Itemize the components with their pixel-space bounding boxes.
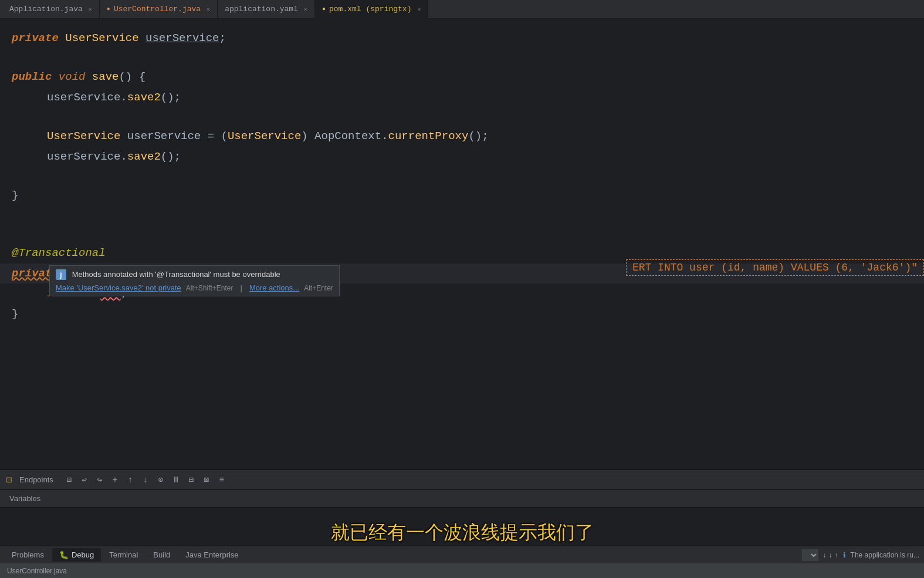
bottom-tab-java-enterprise[interactable]: Java Enterprise (178, 548, 245, 562)
intention-action1-shortcut: Alt+Shift+Enter (186, 284, 233, 292)
method-currentproxy: currentProxy (388, 127, 469, 145)
tab-usercontroller[interactable]: ● UserController.java ✕ (100, 0, 218, 19)
var-userservice-field: userService (145, 29, 219, 47)
code-line-empty-1 (0, 48, 924, 67)
btn-step-into[interactable]: ↓ (829, 551, 832, 559)
intention-action2-link[interactable]: More actions... (249, 283, 299, 292)
semicolon-1: ; (219, 29, 225, 47)
debug-btn-list[interactable]: ≡ (215, 474, 228, 486)
type-cast-userservice: UserService (228, 127, 301, 145)
bottom-tab-java-enterprise-label: Java Enterprise (185, 550, 238, 559)
tab-usercontroller-label: UserController.java (114, 5, 201, 13)
debug-btn-up[interactable]: ↑ (124, 474, 137, 486)
code-line-1: private UserService userService ; (0, 28, 924, 48)
debug-btn-pause[interactable]: ⏸ (170, 474, 182, 486)
tab-appyaml-label: application.yaml (225, 5, 298, 13)
sql-text: ERT INTO user (id, name) VALUES (6, 'Jac… (632, 262, 918, 273)
intention-title-text: Methods annotated with '@Transactional' … (72, 270, 280, 279)
code-line-save2-call-2: userService . save2 (); (35, 147, 924, 167)
annotation-transactional: @Transactional (12, 244, 106, 262)
debug-btn-step-out[interactable]: ↩ (78, 474, 91, 486)
code-line-empty-5 (0, 224, 924, 243)
kw-void-1: void (59, 68, 86, 86)
type-userservice-1: UserService (65, 29, 138, 47)
bottom-tab-build[interactable]: Build (146, 548, 177, 562)
kw-private-1: private (12, 29, 59, 47)
intention-action2-shortcut: Alt+Enter (304, 284, 333, 292)
tab-pomxml[interactable]: ● pom.xml (springtx) ✕ (315, 0, 428, 19)
bottom-tab-build-label: Build (153, 550, 170, 559)
bottom-tab-terminal[interactable]: Terminal (102, 548, 145, 562)
bottom-tabs-bar: Problems 🐛 Debug Terminal Build Java Ent… (0, 546, 924, 563)
class-aopcontext: AopContext (314, 127, 381, 145)
code-line-empty-2 (0, 107, 924, 126)
var-userservice-local: userService (127, 127, 201, 145)
tab-application[interactable]: Application.java ✕ (2, 0, 100, 19)
code-line-close-save2: } (0, 304, 924, 324)
status-info-icon: ℹ (843, 551, 846, 559)
code-line-empty-4 (0, 205, 924, 224)
debug-tab-icon: 🐛 (59, 550, 69, 559)
debug-dropdown[interactable] (802, 549, 818, 561)
kw-public: public (12, 68, 52, 86)
method-save2-1: save2 (127, 89, 161, 106)
debug-btn-add[interactable]: + (109, 474, 121, 486)
tab-pomxml-dot: ● (322, 6, 326, 12)
editor-area: private UserService userService ; public… (0, 19, 924, 469)
intention-action1-link[interactable]: Make 'UserService.save2' not private (56, 283, 181, 292)
bottom-tab-debug[interactable]: 🐛 Debug (52, 548, 101, 562)
tab-application-label: Application.java (9, 5, 83, 13)
intention-title: j Methods annotated with '@Transactional… (56, 269, 333, 280)
code-line-empty-3 (0, 167, 924, 185)
debug-btn-restart[interactable]: ⊡ (63, 474, 76, 486)
method-save2-2: save2 (127, 148, 161, 165)
code-line-save: public void save () { (0, 67, 924, 87)
status-bar-text: UserController.java (7, 567, 67, 575)
method-save: save (92, 68, 119, 86)
bottom-tab-problems[interactable]: Problems (5, 548, 51, 562)
code-line-save2-call-1: userService . save2 (); (35, 87, 924, 107)
debug-bar-icon: ⊡ (6, 475, 12, 484)
debug-toolbar: ⊡ Endpoints ⊡ ↩ ↪ + ↑ ↓ ⊙ ⏸ ⊟ ⊠ ≡ (0, 469, 924, 490)
code-line-aopcontext: UserService userService = ( UserService … (35, 126, 924, 146)
bottom-tab-debug-label: Debug (72, 550, 94, 559)
tab-pomxml-close[interactable]: ✕ (417, 6, 421, 13)
tab-bar: Application.java ✕ ● UserController.java… (0, 0, 924, 19)
btn-step-out2[interactable]: ↑ (835, 551, 838, 559)
tab-appyaml[interactable]: application.yaml ✕ (218, 0, 315, 19)
tab-appyaml-close[interactable]: ✕ (304, 6, 307, 13)
debug-btn-x[interactable]: ⊠ (200, 474, 213, 486)
var-userservice-call-2: userService (47, 148, 120, 165)
debug-btn-minus[interactable]: ⊟ (185, 474, 198, 486)
type-userservice-2: UserService (47, 127, 120, 145)
debug-btn-down[interactable]: ↓ (139, 474, 152, 486)
code-line-close-save: } (0, 185, 924, 205)
sp2 (139, 29, 145, 47)
debug-controls-right: ↓ ↓ ↑ (823, 551, 838, 559)
variables-label: Variables (9, 494, 40, 503)
tab-usercontroller-dot: ● (107, 6, 110, 12)
btn-step-over[interactable]: ↓ (823, 551, 827, 559)
debug-btn-step-in[interactable]: ↪ (93, 474, 106, 486)
subtitle-banner: 就已经有一个波浪线提示我们了 (0, 520, 924, 546)
code-line-empty-6 (0, 324, 924, 343)
bottom-tab-problems-label: Problems (12, 550, 44, 559)
intention-actions: Make 'UserService.save2' not private Alt… (56, 283, 333, 292)
intention-popup: j Methods annotated with '@Transactional… (49, 265, 340, 296)
sql-overlay: ERT INTO user (id, name) VALUES (6, 'Jac… (626, 259, 924, 276)
var-userservice-call-1: userService (47, 89, 120, 106)
debug-dropdown-select[interactable] (802, 549, 818, 561)
tab-application-close[interactable]: ✕ (89, 6, 92, 13)
variables-bar: Variables (0, 490, 924, 508)
tab-pomxml-label: pom.xml (springtx) (329, 5, 411, 13)
status-bar: UserController.java (0, 563, 924, 578)
intention-icon: j (56, 269, 66, 280)
debug-btn-circle[interactable]: ⊙ (154, 474, 167, 486)
sp1 (59, 29, 65, 47)
debug-endpoints-label: Endpoints (19, 475, 53, 484)
status-info-text: The application is ru... (851, 551, 919, 559)
tab-usercontroller-close[interactable]: ✕ (207, 6, 210, 13)
bottom-tab-terminal-label: Terminal (109, 550, 138, 559)
